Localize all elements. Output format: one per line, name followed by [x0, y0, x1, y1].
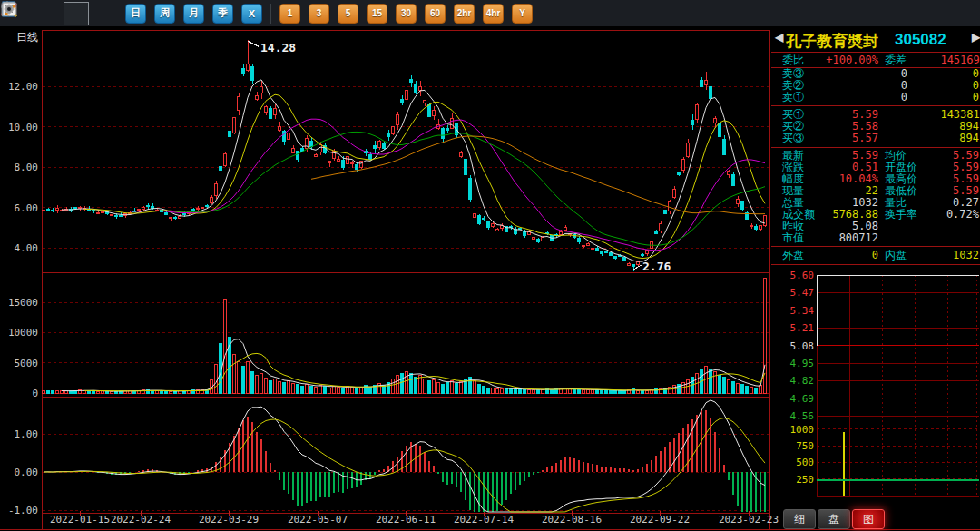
macd-tick: -1.00 — [0, 505, 38, 516]
date-label: 2022-06-11 — [365, 514, 446, 526]
interval-5-button-label: 5 — [338, 4, 358, 24]
mini-volume-tick: 500 — [776, 457, 814, 468]
date-label: 2022-07-14 — [443, 514, 524, 526]
toolbar: 日周月季X1351530602hr4hrY — [0, 0, 980, 27]
volume-tick: 0 — [0, 388, 38, 399]
period-x-button[interactable]: X — [241, 4, 262, 24]
stock-name: 孔子教育奬封 — [786, 31, 878, 52]
mini-price-tick: 5.34 — [776, 304, 814, 316]
quote-value: 894 — [834, 133, 979, 144]
trend-line-icon[interactable] — [35, 4, 55, 24]
mini-price-tick: 4.56 — [776, 410, 814, 422]
period-day-button[interactable]: 日 — [125, 4, 146, 24]
interval-3-button-label: 3 — [309, 4, 329, 24]
date-label: 2022-03-29 — [188, 514, 270, 526]
quote-value: 0 — [834, 92, 979, 103]
mini-price-tick: 5.21 — [776, 322, 814, 334]
period-x-button-label: X — [241, 4, 262, 24]
tab-细[interactable]: 细 — [783, 509, 816, 529]
date-label: 2023-02-23 — [708, 514, 789, 526]
macd-tick: 0.00 — [0, 467, 38, 478]
interval-15-button[interactable]: 15 — [367, 4, 387, 24]
high-annotation: 14.28 — [260, 41, 296, 54]
zoom-in-icon[interactable] — [569, 4, 589, 24]
mini-price-tick: 4.95 — [776, 358, 814, 369]
mini-price-tick: 4.82 — [776, 375, 814, 387]
interval-4hr-button-label: 4hr — [483, 4, 504, 24]
candlestick-view-icon[interactable] — [64, 2, 89, 25]
volume-tick: 10000 — [0, 327, 38, 339]
period-quarter-button[interactable]: 季 — [212, 4, 233, 24]
calendar-icon[interactable] — [97, 4, 117, 24]
interval-year-button[interactable]: Y — [512, 4, 533, 24]
date-label: 2022-08-16 — [531, 514, 612, 526]
interval-5-button[interactable]: 5 — [338, 4, 358, 24]
period-week-button-label: 周 — [154, 4, 175, 24]
interval-1-button[interactable]: 1 — [279, 4, 300, 24]
zoom-out-icon[interactable] — [597, 4, 617, 24]
stock-code: 305082 — [895, 31, 946, 49]
price-tick: 10.00 — [0, 121, 38, 133]
price-tick: 4.00 — [0, 242, 38, 254]
interval-30-button[interactable]: 30 — [396, 4, 416, 24]
interval-15-button-label: 15 — [367, 4, 387, 24]
price-tick: 12.00 — [0, 81, 38, 93]
quote-value: 1032 — [834, 250, 979, 261]
volume-tick: 15000 — [0, 297, 38, 309]
mini-price-tick: 4.69 — [776, 392, 814, 404]
period-quarter-button-label: 季 — [212, 4, 233, 24]
quote-value: 800712 — [733, 232, 878, 244]
app-window: 日周月季X1351530602hr4hrY 日线 14.282.7612.001… — [0, 0, 980, 531]
price-tick: 8.00 — [0, 162, 38, 173]
tab-盘[interactable]: 盘 — [818, 509, 850, 529]
interval-60-button[interactable]: 60 — [425, 4, 446, 24]
tab-图[interactable]: 图 — [852, 509, 885, 529]
period-day-button-label: 日 — [125, 4, 146, 24]
interval-1-button-label: 1 — [279, 4, 300, 24]
period-month-button-label: 月 — [183, 4, 204, 24]
edit-icon[interactable] — [625, 4, 645, 24]
interval-2hr-button-label: 2hr — [454, 4, 475, 24]
interval-60-button-label: 60 — [425, 4, 446, 24]
interval-3-button[interactable]: 3 — [309, 4, 329, 24]
period-week-button[interactable]: 周 — [154, 4, 175, 24]
macd-tick: 1.00 — [0, 428, 38, 440]
notepad-icon[interactable] — [541, 4, 561, 24]
mini-volume-tick: 750 — [776, 440, 814, 452]
date-label: 2022-02-24 — [100, 514, 181, 526]
period-label: 日线 — [16, 30, 38, 45]
mini-price-tick: 5.60 — [776, 270, 814, 281]
settings-gear-icon[interactable] — [653, 4, 673, 24]
interval-year-button-label: Y — [512, 4, 533, 24]
mini-volume-tick: 1000 — [776, 423, 814, 435]
mini-price-tick: 5.08 — [776, 339, 814, 351]
collapse-right-arrow-icon[interactable]: ▶ — [972, 31, 980, 44]
interval-2hr-button[interactable]: 2hr — [454, 4, 475, 24]
interval-30-button-label: 30 — [396, 4, 416, 24]
interval-4hr-button[interactable]: 4hr — [483, 4, 504, 24]
date-label: 2022-09-22 — [619, 514, 701, 526]
price-tick: 6.00 — [0, 202, 38, 213]
mini-volume-tick: 250 — [776, 473, 814, 485]
low-annotation: 2.76 — [642, 260, 671, 273]
toolbar-separator — [270, 4, 271, 24]
collapse-left-arrow-icon[interactable]: ◀ — [775, 31, 783, 44]
mini-price-tick: 5.47 — [776, 287, 814, 299]
volume-tick: 5000 — [0, 357, 38, 369]
quote-value: 1451690 — [841, 54, 980, 66]
period-month-button[interactable]: 月 — [183, 4, 204, 24]
date-label: 2022-05-07 — [277, 514, 358, 526]
